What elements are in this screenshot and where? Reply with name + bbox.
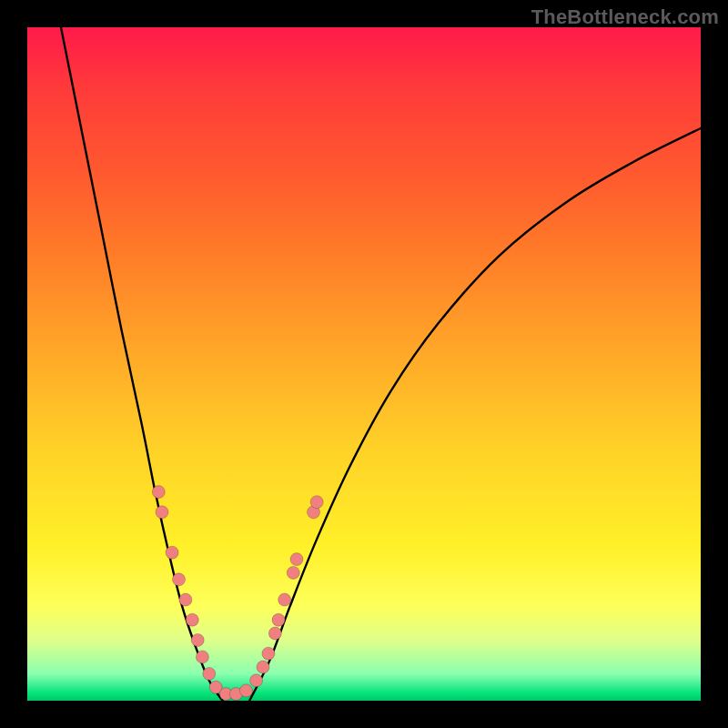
data-dot — [290, 553, 303, 566]
data-dot — [257, 661, 269, 673]
data-dot — [272, 613, 285, 626]
curves-svg — [27, 27, 701, 701]
data-dot — [166, 546, 178, 559]
curve-group — [61, 27, 701, 701]
plot-area — [27, 27, 701, 701]
watermark-text: TheBottleneck.com — [531, 5, 719, 29]
curve-right — [249, 128, 701, 701]
curve-left — [61, 27, 223, 701]
data-dot — [287, 566, 299, 579]
chart-frame: TheBottleneck.com — [0, 0, 728, 728]
data-dot — [186, 613, 198, 626]
data-dot — [191, 633, 204, 646]
data-dot — [250, 674, 263, 687]
data-dot — [278, 593, 291, 606]
data-dot — [310, 496, 323, 509]
data-dot — [268, 627, 281, 640]
data-dot — [262, 647, 275, 660]
data-dot — [179, 593, 192, 606]
data-dot — [152, 486, 165, 499]
data-dot — [240, 684, 253, 697]
data-dot — [156, 506, 168, 519]
data-dot — [173, 573, 186, 586]
data-dot — [196, 651, 208, 663]
data-dot — [203, 667, 216, 680]
